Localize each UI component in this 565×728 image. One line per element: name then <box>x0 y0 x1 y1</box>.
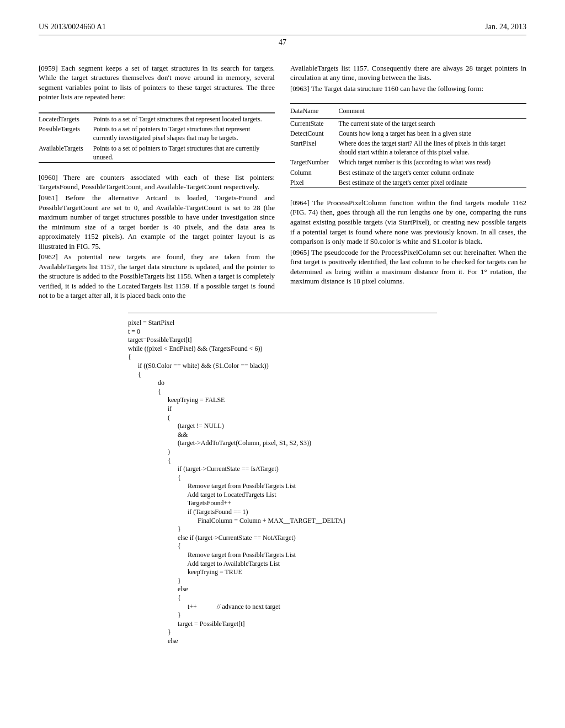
row-desc: The current state of the target search <box>339 118 526 129</box>
row-name: Column <box>290 168 339 178</box>
table-row: CurrentState The current state of the ta… <box>290 118 526 129</box>
left-column: [0959] Each segment keeps a set of targe… <box>39 63 275 302</box>
th-comment: Comment <box>339 104 526 118</box>
paragraph-0965: [0965] The pseudocode for the ProcessPix… <box>290 248 526 286</box>
th-dataname: DataName <box>290 104 339 118</box>
row-name: CurrentState <box>290 118 339 129</box>
two-column-body: [0959] Each segment keeps a set of targe… <box>39 63 526 302</box>
table-row: DetectCount Counts how long a target has… <box>290 129 526 138</box>
row-name: TargetNumber <box>290 157 339 167</box>
row-desc: Counts how long a target has been in a g… <box>339 129 526 138</box>
page-number: 47 <box>39 38 526 48</box>
pseudocode-block: pixel = StartPixel t = 0 target=Possible… <box>128 313 437 646</box>
paragraph-0962-cont: AvailableTargets list 1157. Consequently… <box>290 63 526 83</box>
row-name: DetectCount <box>290 129 339 138</box>
row-name: LocatedTargets <box>39 114 93 124</box>
row-name: AvailableTargets <box>39 143 93 163</box>
row-name: StartPixel <box>290 138 339 157</box>
right-column: AvailableTargets list 1157. Consequently… <box>290 63 526 302</box>
paragraph-0964: [0964] The ProcessPixelColumn function w… <box>290 198 526 247</box>
table-row: Pixel Best estimate of the target's cent… <box>290 178 526 188</box>
publication-number: US 2013/0024660 A1 <box>39 22 106 33</box>
table-row: LocatedTargets Points to a set of Target… <box>39 114 275 124</box>
row-desc: Which target number is this (according t… <box>339 157 526 167</box>
table-row: PossibleTargets Points to a set of point… <box>39 124 275 143</box>
row-desc: Points to a set of pointers to Target st… <box>93 124 275 143</box>
table-row: Column Best estimate of the target's cen… <box>290 168 526 178</box>
row-name: PossibleTargets <box>39 124 93 143</box>
pointer-lists-table: LocatedTargets Points to a set of Target… <box>39 112 275 163</box>
paragraph-0959: [0959] Each segment keeps a set of targe… <box>39 63 275 102</box>
publication-date: Jan. 24, 2013 <box>485 22 526 33</box>
table-row: StartPixel Where does the target start? … <box>290 138 526 157</box>
paragraph-0963: [0963] The Target data structure 1160 ca… <box>290 84 526 94</box>
paragraph-0960: [0960] There are counters associated wit… <box>39 173 275 192</box>
row-name: Pixel <box>290 178 339 188</box>
row-desc: Best estimate of the target's center pix… <box>339 178 526 188</box>
row-desc: Best estimate of the target's center col… <box>339 168 526 178</box>
paragraph-0961: [0961] Before the alternative Artcard is… <box>39 193 275 251</box>
page-header: US 2013/0024660 A1 Jan. 24, 2013 <box>39 22 526 35</box>
row-desc: Points to a set of pointers to Target st… <box>93 143 275 163</box>
table-row: AvailableTargets Points to a set of poin… <box>39 143 275 163</box>
paragraph-0962: [0962] As potential new targets are foun… <box>39 252 275 301</box>
row-desc: Points to a set of Target structures tha… <box>93 114 275 124</box>
table-row: TargetNumber Which target number is this… <box>290 157 526 167</box>
target-structure-table: DataName Comment CurrentState The curren… <box>290 103 526 188</box>
page: US 2013/0024660 A1 Jan. 24, 2013 47 [095… <box>0 0 565 728</box>
row-desc: Where does the target start? All the lin… <box>339 138 526 157</box>
